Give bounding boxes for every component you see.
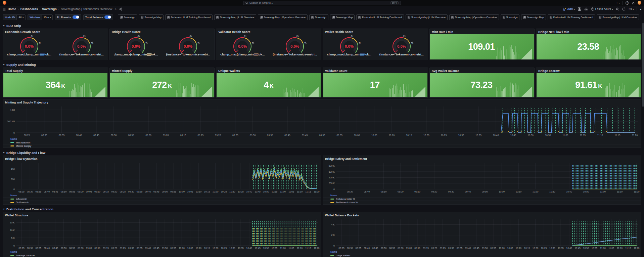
collapse-toolbar-button[interactable]: ▴ [640,8,641,10]
legend-header[interactable]: Name [323,250,641,254]
panel-title[interactable]: Economic Growth Score [3,29,108,34]
svg-text:11:10: 11:10 [297,190,303,193]
legend-series[interactable]: Mint rate/min [3,141,641,144]
dashboard-link[interactable]: Sovereign Map [330,14,355,20]
divider [623,1,623,5]
breadcrumb-separator: › [18,8,19,11]
panel-title[interactable]: Unique Wallets [216,68,321,73]
node-id-dropdown[interactable]: All▾ [16,14,26,20]
dashboard-link[interactable]: Sovereign [118,14,137,20]
dashboard-link[interactable]: Federated LLM Training Dashboard [548,14,595,20]
panel-title[interactable]: Mint Rate / min [430,29,535,34]
section-bridge-liquidity[interactable]: ▼ Bridge Liquidity and Flow [3,149,641,156]
panel-title[interactable]: Bridge Health Score [110,29,215,34]
zoom-out-icon[interactable] [616,7,619,11]
svg-text:08:55: 08:55 [69,190,75,193]
dashboard-link[interactable]: Sovereign [501,14,520,20]
legend-series[interactable]: Inflow/min [3,197,321,201]
dashboard-link[interactable]: Sovereign [309,14,328,20]
svg-text:10:30: 10:30 [229,190,235,193]
chart-legend: NameMint rate/minMinted supplyTotal supp… [3,137,641,148]
help-icon[interactable]: ? [626,1,629,5]
panel-title[interactable]: Bridge Escrow [536,68,641,73]
legend-series[interactable]: Total supply [3,147,641,148]
panel-title[interactable]: Wallet Structure [3,212,321,218]
clock-icon [591,7,594,11]
legend-header[interactable]: Name [323,194,641,197]
legend-series[interactable]: Settlement share % [323,201,641,204]
save-icon[interactable] [578,7,581,11]
panel-title[interactable]: Validator Health Score [216,29,321,34]
window-dropdown[interactable]: 15m▾ [42,14,53,20]
dashboard-link[interactable]: Federated LLM Training Dashboard [356,14,404,20]
svg-text:10:20: 10:20 [533,190,539,193]
panel-economic-growth-score: Economic Growth Score 55750.0%clamp_max(… [3,29,108,60]
svg-text:10:25: 10:25 [221,190,227,193]
dashboard-link[interactable]: SovereignMap | LLM Overview [214,14,256,20]
menu-icon[interactable]: ☰ [3,7,6,11]
chart-wallet-buckets[interactable]: 08:2508:3008:3508:4008:4508:5008:5509:00… [323,218,641,250]
fl-rounds-toggle[interactable] [73,15,79,19]
chart-wallet-structure[interactable]: 08:2508:3008:3508:4008:4508:5008:5509:00… [3,218,321,250]
legend-series[interactable]: Net flow/min [3,204,321,205]
refresh-icon[interactable] [622,7,626,11]
panel-title[interactable]: Bridge Safety and Settlement [323,156,641,161]
filter-row: Node ID All▾ Window 15m▾ FL Rounds Trust… [0,12,644,22]
chart-bridge-safety[interactable]: 08:3008:4008:5009:0009:1009:2009:3009:40… [323,161,641,194]
time-range-picker[interactable]: Last 3 hours▾ [591,7,613,11]
refresh-interval-dropdown[interactable]: 5s▾ [629,7,634,11]
news-icon[interactable] [632,1,635,5]
scrollbar-thumb[interactable] [642,23,644,107]
breadcrumb-home[interactable]: Home [8,7,16,11]
legend-series[interactable]: Large wallets [323,254,641,257]
breadcrumb-folder[interactable]: Sovereign [42,7,57,11]
svg-text:10:45: 10:45 [574,247,581,249]
panel-title[interactable]: Bridge Net Flow / min [536,29,641,34]
legend-header[interactable]: Name [3,137,641,141]
panel-title[interactable]: Minting and Supply Trajectory [3,99,641,105]
panel-title[interactable]: Bridge Flow Dynamics [3,156,321,161]
section-slo-strip[interactable]: ▼ SLO Strip [3,23,641,29]
grafana-logo[interactable] [3,1,6,5]
legend-header[interactable]: Name [3,194,321,197]
dashboard-link[interactable]: Federated LLM Training Dashboard [165,14,213,20]
panel-unique-wallets: Unique Wallets 4K [216,68,321,98]
dashboard-link[interactable]: SovereignMap | Operations Overview [641,14,641,20]
new-menu-button[interactable]: ＋▾ [615,1,620,4]
legend-swatch [10,145,14,146]
svg-text:09:55: 09:55 [170,247,176,249]
chart-minting-supply[interactable]: 08:2508:3008:3508:4008:4508:5008:5509:00… [3,105,641,137]
dashboard-link[interactable]: Sovereign Map [139,14,163,20]
gear-icon[interactable] [584,7,588,11]
legend-series[interactable]: Average balance [3,254,321,257]
star-icon[interactable]: ☆ [114,7,117,11]
stat-value: 23.58 [577,42,600,52]
breadcrumb-dashboards[interactable]: Dashboards [20,7,38,11]
user-avatar[interactable] [638,1,641,5]
legend-series[interactable]: Collateral ratio % [323,197,641,201]
section-supply-minting[interactable]: ▼ Supply and Minting [3,61,641,68]
panel-title[interactable]: Wallet Health Score [323,29,428,34]
legend-series[interactable]: Volume 24h [323,204,641,205]
trust-failures-toggle[interactable] [104,15,111,19]
share-icon[interactable] [119,7,122,11]
chart-bridge-flow[interactable]: 08:2508:3008:3508:4008:4508:5008:5509:00… [3,161,321,194]
dashboard-link[interactable]: SovereignMap | Operations Overview [258,14,308,20]
dashboard-link[interactable]: SovereignMap | LLM Overview [406,14,448,20]
panel-title[interactable]: Minted Supply [110,68,215,73]
panel-title[interactable]: Validator Count [323,68,428,73]
dashboard-link[interactable]: SovereignMap | LLM Overview [597,14,639,20]
add-panel-button[interactable]: Add▾ [563,7,575,11]
search-input[interactable]: Search or jump to... ctrl+k [243,1,401,5]
dashboard-link[interactable]: SovereignMap | Operations Overview [449,14,499,20]
legend-series[interactable]: Outflow/min [3,201,321,204]
legend-header[interactable]: Name [3,250,321,254]
gauge-value: 0.0% [184,44,192,48]
panel-title[interactable]: Avg Wallet Balance [430,68,535,73]
dashboard-link[interactable]: Sovereign Map [521,14,546,20]
legend-series[interactable]: Minted supply [3,144,641,147]
add-panel-icon [563,8,566,11]
panel-title[interactable]: Wallet Balance Buckets [323,212,641,218]
section-distribution[interactable]: ▼ Distribution and Concentration [3,206,641,212]
panel-title[interactable]: Total Supply [3,68,108,73]
